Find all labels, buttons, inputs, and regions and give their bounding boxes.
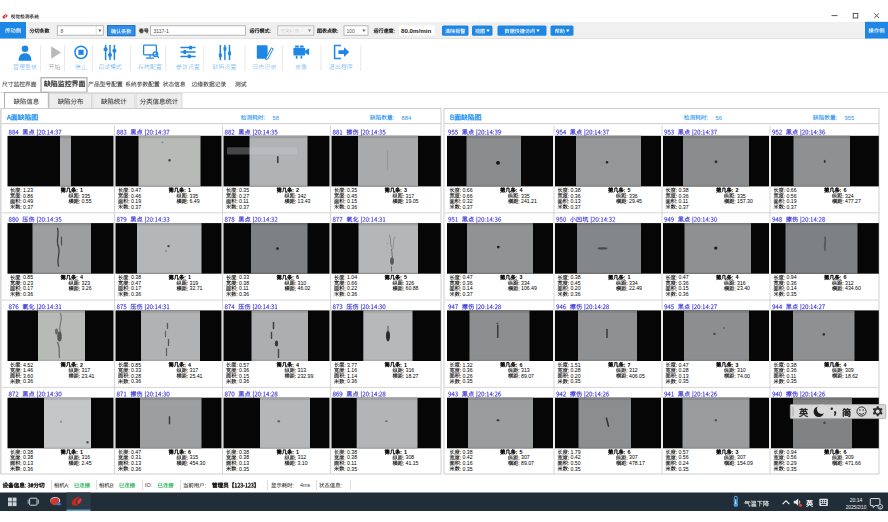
svg-text:154.09: 154.09 xyxy=(737,460,753,466)
svg-text:0.35: 0.35 xyxy=(463,378,473,384)
svg-text:0.35: 0.35 xyxy=(571,466,581,472)
svg-text:18.27: 18.27 xyxy=(406,373,419,379)
svg-text:0.37: 0.37 xyxy=(463,291,473,297)
svg-text:0.36: 0.36 xyxy=(131,378,141,384)
svg-text:18.62: 18.62 xyxy=(845,373,858,379)
svg-text:3.26: 3.26 xyxy=(82,285,92,291)
svg-text:IO:: IO: xyxy=(145,482,152,488)
svg-text:56: 56 xyxy=(716,115,722,121)
svg-text:2025/2/10: 2025/2/10 xyxy=(846,505,867,510)
svg-text:89.07: 89.07 xyxy=(521,460,534,466)
svg-text:0.35: 0.35 xyxy=(347,466,357,472)
svg-text:0.35: 0.35 xyxy=(571,378,581,384)
svg-text:13.43: 13.43 xyxy=(298,198,311,204)
svg-text:0.36: 0.36 xyxy=(239,378,249,384)
svg-text:23.40: 23.40 xyxy=(737,285,750,291)
svg-text:0.35: 0.35 xyxy=(787,291,797,297)
svg-text:0.36: 0.36 xyxy=(131,466,141,472)
svg-text:25.41: 25.41 xyxy=(190,373,203,379)
svg-text:0.36: 0.36 xyxy=(571,291,581,297)
svg-text:0.35: 0.35 xyxy=(239,466,249,472)
svg-text:434.60: 434.60 xyxy=(845,285,861,291)
svg-text:0.37: 0.37 xyxy=(679,204,689,210)
svg-text:0.55: 0.55 xyxy=(82,198,92,204)
svg-text:0.35: 0.35 xyxy=(679,378,689,384)
svg-text:0.37: 0.37 xyxy=(131,204,141,210)
svg-text:0.36: 0.36 xyxy=(23,291,33,297)
svg-text:60.88: 60.88 xyxy=(406,285,419,291)
svg-text:0.36: 0.36 xyxy=(347,291,357,297)
svg-text:0.37: 0.37 xyxy=(571,204,581,210)
svg-text:23.41: 23.41 xyxy=(82,373,95,379)
svg-text:46.02: 46.02 xyxy=(298,285,311,291)
svg-text:32.71: 32.71 xyxy=(190,285,203,291)
svg-text:0.36: 0.36 xyxy=(23,378,33,384)
svg-text:0.36: 0.36 xyxy=(347,378,357,384)
svg-text:2.45: 2.45 xyxy=(82,460,92,466)
svg-text:4ms: 4ms xyxy=(300,482,310,488)
svg-text:0.35: 0.35 xyxy=(679,466,689,472)
svg-text:100: 100 xyxy=(347,28,356,34)
svg-text:955: 955 xyxy=(845,115,855,121)
svg-text:157.30: 157.30 xyxy=(737,198,753,204)
svg-text:0.37: 0.37 xyxy=(23,204,33,210)
svg-text:106.49: 106.49 xyxy=(521,285,537,291)
svg-text:80.0m/min: 80.0m/min xyxy=(401,27,431,34)
svg-text:19.05: 19.05 xyxy=(406,198,419,204)
svg-text:454.30: 454.30 xyxy=(190,460,206,466)
svg-text:0.37: 0.37 xyxy=(239,204,249,210)
svg-text:20:14: 20:14 xyxy=(850,497,863,503)
svg-text:232.99: 232.99 xyxy=(298,373,314,379)
svg-text:0.35: 0.35 xyxy=(463,466,473,472)
svg-text:8: 8 xyxy=(61,28,64,34)
svg-text:0.35: 0.35 xyxy=(787,466,797,472)
svg-text:3117-1: 3117-1 xyxy=(154,28,169,34)
svg-text:0.37: 0.37 xyxy=(463,204,473,210)
svg-text:89.07: 89.07 xyxy=(521,373,534,379)
svg-text:477.27: 477.27 xyxy=(845,198,861,204)
svg-text:6.49: 6.49 xyxy=(190,198,200,204)
svg-text:884: 884 xyxy=(402,115,412,121)
svg-text:241.21: 241.21 xyxy=(521,198,537,204)
svg-text:0.36: 0.36 xyxy=(347,204,357,210)
svg-text:471.66: 471.66 xyxy=(845,460,861,466)
svg-text:3.10: 3.10 xyxy=(298,460,308,466)
svg-text:0.37: 0.37 xyxy=(787,204,797,210)
svg-text:22.49: 22.49 xyxy=(629,285,642,291)
svg-text:0.36: 0.36 xyxy=(239,291,249,297)
svg-text:0.35: 0.35 xyxy=(787,378,797,384)
svg-text:406.05: 406.05 xyxy=(629,373,645,379)
svg-text:74.00: 74.00 xyxy=(737,373,750,379)
svg-text:0.36: 0.36 xyxy=(131,291,141,297)
svg-text:41.15: 41.15 xyxy=(406,460,419,466)
svg-text:0.36: 0.36 xyxy=(23,466,33,472)
svg-text:478.17: 478.17 xyxy=(629,460,645,466)
svg-text:29.45: 29.45 xyxy=(629,198,642,204)
svg-text:6: 6 xyxy=(879,505,881,510)
svg-text:58: 58 xyxy=(273,115,279,121)
svg-text:0.36: 0.36 xyxy=(679,291,689,297)
